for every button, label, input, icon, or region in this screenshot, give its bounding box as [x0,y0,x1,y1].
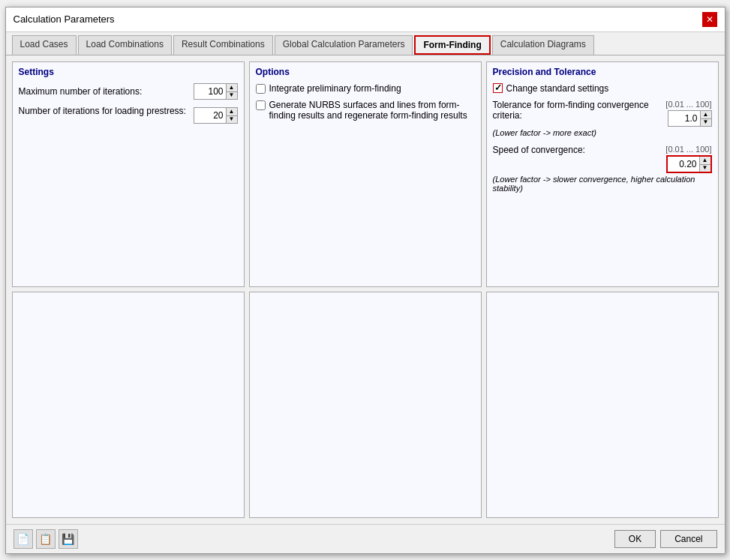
tolerance-spinner-buttons: ▲ ▼ [700,111,711,126]
speed-spinner[interactable]: ▲ ▼ [666,155,712,173]
checkbox2-row: Generate NURBS surfaces and lines from f… [256,100,475,121]
tab-load-cases[interactable]: Load Cases [12,35,77,55]
checkbox1-row: Integrate preliminary form-finding [256,83,475,94]
max-iterations-row: Maximum number of iterations: ▲ ▼ [19,83,238,100]
ok-button[interactable]: OK [614,530,656,548]
max-iterations-label: Maximum number of iterations: [19,86,194,97]
max-iterations-down[interactable]: ▼ [227,91,237,99]
tolerance-up[interactable]: ▲ [701,111,711,118]
change-std-checkbox-icon[interactable] [493,83,503,93]
bottom-panel-right [486,292,719,518]
integrate-form-finding-label: Integrate preliminary form-finding [269,83,401,94]
speed-input[interactable] [668,158,699,170]
max-iterations-spinner[interactable]: ▲ ▼ [194,83,238,100]
footer-icon-2[interactable]: 📋 [36,529,56,549]
max-iterations-input[interactable] [194,85,226,97]
num-iterations-row: Number of iterations for loading prestre… [19,106,238,124]
tab-load-combinations[interactable]: Load Combinations [78,35,172,55]
tab-global-calc-params[interactable]: Global Calculation Parameters [275,35,413,55]
bottom-panel-center [249,292,482,518]
num-iterations-label: Number of iterations for loading prestre… [19,106,194,116]
tolerance-input[interactable] [668,112,700,124]
tolerance-hint: (Lower factor -> more exact) [493,128,712,137]
footer: 📄 📋 💾 OK Cancel [6,524,725,553]
top-panels: Settings Maximum number of iterations: ▲… [12,61,719,288]
close-button[interactable]: ✕ [702,12,717,27]
cancel-button[interactable]: Cancel [660,530,716,548]
tabs-bar: Load Cases Load Combinations Result Comb… [6,32,725,55]
options-title: Options [256,67,475,77]
speed-down[interactable]: ▼ [700,164,710,172]
num-iterations-spinner[interactable]: ▲ ▼ [194,107,238,124]
footer-icons: 📄 📋 💾 [14,529,78,549]
change-std-label: Change standard settings [506,83,609,94]
bottom-panels [12,292,719,518]
bottom-panel-left [12,292,245,518]
max-iterations-up[interactable]: ▲ [227,84,237,91]
speed-label: Speed of convergence: [493,145,666,155]
title-bar: Calculation Parameters ✕ [6,7,725,32]
tab-result-combinations[interactable]: Result Combinations [173,35,273,55]
footer-icon-1[interactable]: 📄 [14,529,33,549]
settings-title: Settings [19,67,238,77]
dialog-title: Calculation Parameters [14,13,115,25]
tolerance-spinner[interactable]: ▲ ▼ [668,110,712,127]
num-iterations-down[interactable]: ▼ [227,115,237,123]
content-area: Settings Maximum number of iterations: ▲… [6,55,725,524]
num-iterations-up[interactable]: ▲ [227,108,237,115]
max-iterations-spinner-buttons: ▲ ▼ [226,84,237,99]
footer-buttons: OK Cancel [614,530,717,548]
precision-title: Precision and Tolerance [493,67,712,77]
tab-form-finding[interactable]: Form-Finding [414,35,490,55]
change-std-row: Change standard settings [493,83,712,94]
speed-up[interactable]: ▲ [700,157,710,164]
settings-panel: Settings Maximum number of iterations: ▲… [12,61,245,288]
integrate-form-finding-checkbox[interactable] [256,84,266,94]
tolerance-label: Tolerance for form-finding convergence c… [493,100,666,121]
generate-nurbs-checkbox[interactable] [256,100,266,110]
speed-hint: (Lower factor -> slower convergence, hig… [493,175,712,193]
tolerance-range: [0.01 ... 100] [665,100,711,109]
precision-panel: Precision and Tolerance Change standard … [486,61,719,288]
calculation-parameters-dialog: Calculation Parameters ✕ Load Cases Load… [5,7,725,554]
tolerance-row: Tolerance for form-finding convergence c… [493,100,712,137]
speed-spinner-buttons: ▲ ▼ [699,157,710,172]
tab-calculation-diagrams[interactable]: Calculation Diagrams [492,35,594,55]
num-iterations-input[interactable] [194,109,226,121]
speed-range: [0.01 ... 100] [665,145,711,154]
tolerance-down[interactable]: ▼ [701,118,711,126]
generate-nurbs-label: Generate NURBS surfaces and lines from f… [269,100,475,121]
speed-row: Speed of convergence: [0.01 ... 100] ▲ ▼ [493,145,712,193]
num-iterations-spinner-buttons: ▲ ▼ [226,108,237,123]
footer-icon-3[interactable]: 💾 [59,529,78,549]
options-panel: Options Integrate preliminary form-findi… [249,61,482,288]
